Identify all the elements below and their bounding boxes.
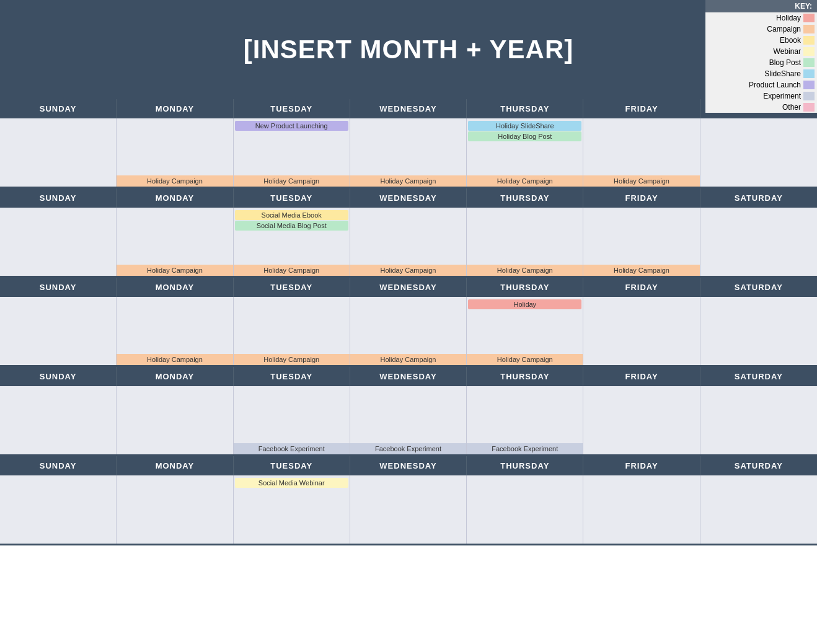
day-cell: HolidayHoliday Campaign bbox=[467, 297, 583, 365]
day-cell bbox=[0, 208, 117, 276]
week-header-2: SUNDAYMONDAYTUESDAYWEDNESDAYTHURSDAYFRID… bbox=[0, 278, 817, 297]
weekday-label-4: THURSDAY bbox=[467, 367, 583, 386]
weekday-label-1: MONDAY bbox=[117, 188, 233, 208]
weekday-label-0: SUNDAY bbox=[0, 456, 117, 475]
weekday-label-4: THURSDAY bbox=[467, 278, 583, 297]
bottom-event-tag: Holiday Campaign bbox=[350, 354, 466, 365]
bottom-event-tag: Holiday Campaign bbox=[467, 354, 583, 365]
weekday-label-5: FRIDAY bbox=[583, 367, 700, 386]
weekday-label-6: SATURDAY bbox=[700, 188, 817, 208]
legend-color-swatch bbox=[803, 92, 815, 100]
week-header-4: SUNDAYMONDAYTUESDAYWEDNESDAYTHURSDAYFRID… bbox=[0, 456, 817, 475]
event-tag: Holiday bbox=[468, 299, 581, 309]
legend-color-swatch bbox=[803, 58, 815, 67]
legend-item: Holiday bbox=[705, 12, 817, 24]
day-cell: Holiday Campaign bbox=[117, 297, 233, 365]
weekday-label-6: SATURDAY bbox=[700, 367, 817, 386]
legend-item-label: Product Launch bbox=[749, 81, 803, 89]
day-cell: Holiday Campaign bbox=[117, 208, 233, 276]
day-cell bbox=[0, 118, 117, 187]
weekday-label-5: FRIDAY bbox=[583, 278, 700, 297]
page-title: [INSERT MONTH + YEAR] bbox=[244, 35, 573, 64]
weekday-label-2: TUESDAY bbox=[234, 456, 350, 475]
legend-item: SlideShare bbox=[705, 68, 817, 79]
weekday-label-6: SATURDAY bbox=[700, 278, 817, 297]
legend-item-label: Campaign bbox=[767, 25, 803, 33]
day-cell: Holiday Campaign bbox=[350, 208, 467, 276]
event-tag: Holiday Blog Post bbox=[468, 131, 581, 141]
day-cell bbox=[0, 475, 117, 544]
legend-item-label: SlideShare bbox=[764, 69, 803, 78]
legend-color-swatch bbox=[803, 47, 815, 56]
weekday-label-5: FRIDAY bbox=[583, 99, 700, 118]
legend-color-swatch bbox=[803, 69, 815, 78]
legend-label: KEY: bbox=[705, 0, 817, 12]
legend-item: Campaign bbox=[705, 24, 817, 35]
weekday-label-1: MONDAY bbox=[117, 278, 233, 297]
weekday-label-3: WEDNESDAY bbox=[350, 456, 467, 475]
week-row-2: Holiday CampaignHoliday CampaignHoliday … bbox=[0, 297, 817, 367]
day-cell: Holiday Campaign bbox=[583, 208, 700, 276]
legend-item-label: Blog Post bbox=[769, 58, 803, 67]
legend-item: Experiment bbox=[705, 90, 817, 102]
legend-item: Product Launch bbox=[705, 79, 817, 90]
weekday-label-1: MONDAY bbox=[117, 99, 233, 118]
day-cell bbox=[0, 386, 117, 454]
day-cell: Social Media Webinar bbox=[234, 475, 350, 544]
bottom-event-tag: Holiday Campaign bbox=[583, 175, 699, 187]
day-cell: Holiday Campaign bbox=[350, 118, 467, 187]
week-row-0: Holiday CampaignNew Product LaunchingHol… bbox=[0, 118, 817, 188]
legend-item: Webinar bbox=[705, 46, 817, 57]
week-row-3: Facebook ExperimentFacebook ExperimentFa… bbox=[0, 386, 817, 456]
day-cell bbox=[700, 386, 817, 454]
day-cell bbox=[583, 297, 700, 365]
event-tag: Social Media Blog Post bbox=[235, 221, 348, 231]
weekday-label-1: MONDAY bbox=[117, 456, 233, 475]
legend-item: Blog Post bbox=[705, 57, 817, 68]
event-tag: New Product Launching bbox=[235, 121, 348, 131]
bottom-event-tag: Holiday Campaign bbox=[583, 265, 699, 276]
bottom-event-tag: Holiday Campaign bbox=[234, 265, 350, 276]
day-cell bbox=[350, 475, 467, 544]
day-cell: Holiday SlideShareHoliday Blog PostHolid… bbox=[467, 118, 583, 187]
bottom-event-tag: Holiday Campaign bbox=[467, 175, 583, 187]
legend-item-label: Other bbox=[782, 103, 803, 112]
week-row-4: Social Media Webinar bbox=[0, 475, 817, 545]
weekday-label-3: WEDNESDAY bbox=[350, 278, 467, 297]
legend-item: Other bbox=[705, 102, 817, 113]
weekday-label-5: FRIDAY bbox=[583, 188, 700, 208]
day-cell bbox=[700, 297, 817, 365]
day-cell: Facebook Experiment bbox=[234, 386, 350, 454]
day-cell: Holiday Campaign bbox=[583, 118, 700, 187]
day-cell: Social Media EbookSocial Media Blog Post… bbox=[234, 208, 350, 276]
bottom-event-tag: Facebook Experiment bbox=[234, 443, 350, 454]
day-cell bbox=[583, 386, 700, 454]
bottom-event-tag: Holiday Campaign bbox=[350, 265, 466, 276]
bottom-event-tag: Facebook Experiment bbox=[350, 443, 466, 454]
day-cell: Facebook Experiment bbox=[350, 386, 467, 454]
day-cell: New Product LaunchingHoliday Campaign bbox=[234, 118, 350, 187]
weekday-label-2: TUESDAY bbox=[234, 188, 350, 208]
day-cell: Holiday Campaign bbox=[467, 208, 583, 276]
weekday-label-1: MONDAY bbox=[117, 367, 233, 386]
weekday-label-2: TUESDAY bbox=[234, 99, 350, 118]
bottom-event-tag: Holiday Campaign bbox=[234, 175, 350, 187]
day-cell: Facebook Experiment bbox=[467, 386, 583, 454]
bottom-event-tag: Holiday Campaign bbox=[350, 175, 466, 187]
weekday-label-3: WEDNESDAY bbox=[350, 367, 467, 386]
legend-color-swatch bbox=[803, 14, 815, 22]
day-cell: Holiday Campaign bbox=[117, 118, 233, 187]
header: [INSERT MONTH + YEAR] KEY: HolidayCampai… bbox=[0, 0, 817, 99]
legend-color-swatch bbox=[803, 81, 815, 89]
calendar: SUNDAYMONDAYTUESDAYWEDNESDAYTHURSDAYFRID… bbox=[0, 99, 817, 545]
weekday-label-3: WEDNESDAY bbox=[350, 188, 467, 208]
bottom-event-tag: Facebook Experiment bbox=[467, 443, 583, 454]
weekday-label-4: THURSDAY bbox=[467, 456, 583, 475]
day-cell bbox=[117, 475, 233, 544]
legend-panel: KEY: HolidayCampaignEbookWebinarBlog Pos… bbox=[705, 0, 817, 113]
legend-item-label: Webinar bbox=[774, 47, 803, 56]
weekday-label-3: WEDNESDAY bbox=[350, 99, 467, 118]
week-header-3: SUNDAYMONDAYTUESDAYWEDNESDAYTHURSDAYFRID… bbox=[0, 367, 817, 386]
day-cell bbox=[117, 386, 233, 454]
event-tag: Holiday SlideShare bbox=[468, 121, 581, 131]
